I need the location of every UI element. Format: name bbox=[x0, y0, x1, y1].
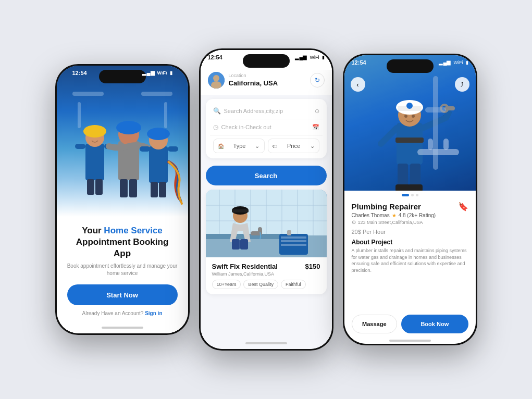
address-input[interactable]: Search Address,city,zip bbox=[224, 108, 315, 114]
phone-1-bottom: Your Home Service Appointment Booking Ap… bbox=[57, 217, 188, 333]
dot-3 bbox=[416, 194, 418, 196]
info-provider-row: Charles Thomas ★ 4.8 (2k+ Rating) bbox=[352, 213, 468, 218]
time-1: 12:54 bbox=[65, 70, 87, 76]
svg-rect-19 bbox=[168, 146, 178, 152]
price-icon: 🏷 bbox=[273, 143, 278, 149]
svg-rect-40 bbox=[232, 209, 249, 213]
bookmark-icon[interactable]: 🔖 bbox=[458, 202, 468, 211]
svg-rect-66 bbox=[425, 107, 446, 113]
signal-icon-2: ▂▄▆ bbox=[295, 54, 307, 60]
time-2: 12:54 bbox=[208, 54, 222, 60]
wifi-icon-2: WiFi bbox=[310, 55, 319, 60]
svg-point-55 bbox=[406, 103, 413, 109]
massage-button[interactable]: Massage bbox=[352, 315, 398, 333]
svg-rect-7 bbox=[95, 179, 103, 195]
checkin-input[interactable]: Check in-Check out bbox=[221, 124, 312, 130]
phone-3-hero: 12:54 ▂▄▆ WiFi ▮ ‹ ⤴ bbox=[344, 55, 476, 191]
svg-rect-61 bbox=[398, 164, 408, 187]
search-form: 🔍 Search Address,city,zip ⊙ ◷ Check in-C… bbox=[206, 99, 327, 158]
svg-rect-41 bbox=[232, 239, 240, 250]
svg-point-57 bbox=[412, 115, 415, 118]
checkin-row[interactable]: ◷ Check in-Check out 📅 bbox=[210, 119, 323, 135]
info-title-row: Plumbing Repairer 🔖 bbox=[352, 202, 468, 211]
svg-rect-21 bbox=[159, 182, 166, 197]
status-icons-2: ▂▄▆ WiFi ▮ bbox=[295, 54, 324, 60]
svg-point-56 bbox=[404, 115, 407, 118]
search-icon: 🔍 bbox=[213, 107, 221, 115]
headline: Your Home Service Appointment Booking Ap… bbox=[67, 225, 178, 259]
selects-row: 🏠 Type ⌄ 🏷 Price ⌄ bbox=[210, 135, 323, 154]
chevron-down-icon: ⌄ bbox=[255, 143, 259, 149]
nav-buttons: ‹ ⤴ bbox=[344, 77, 476, 92]
svg-rect-18 bbox=[140, 146, 150, 152]
signal-icon-1: ▂▄▆ bbox=[142, 70, 154, 76]
price-select[interactable]: 🏷 Price ⌄ bbox=[268, 139, 319, 153]
svg-rect-4 bbox=[75, 144, 85, 149]
type-label: Type bbox=[233, 143, 246, 149]
back-button[interactable]: ‹ bbox=[351, 77, 365, 92]
type-select[interactable]: 🏠 Type ⌄ bbox=[213, 139, 265, 153]
dynamic-island-3 bbox=[387, 59, 434, 73]
calendar-right-icon: 📅 bbox=[312, 124, 319, 131]
service-card-image bbox=[206, 190, 327, 257]
signin-row: Already Have an Account? Sign in bbox=[82, 310, 163, 316]
dots-indicator bbox=[344, 191, 476, 198]
tag-quality: Best Quality bbox=[243, 280, 278, 289]
battery-icon-1: ▮ bbox=[170, 70, 172, 76]
service-card-body: Swift Fix Residential $150 William James… bbox=[206, 257, 327, 294]
svg-rect-59 bbox=[444, 106, 455, 110]
pin-icon: ⊙ bbox=[352, 219, 356, 225]
address-text: 123 Main Street,California,USA bbox=[358, 220, 423, 225]
battery-icon-2: ▮ bbox=[322, 55, 325, 60]
price-display: 20$ Per Hour bbox=[352, 227, 468, 235]
plumber-hero-svg bbox=[344, 55, 476, 191]
dynamic-island-2 bbox=[243, 54, 290, 68]
search-button[interactable]: Search bbox=[206, 166, 327, 185]
time-3: 12:54 bbox=[352, 59, 366, 66]
svg-rect-0 bbox=[85, 144, 104, 180]
kitchen-bg-svg bbox=[206, 190, 327, 257]
phone-3-info: Plumbing Repairer 🔖 Charles Thomas ★ 4.8… bbox=[344, 198, 476, 315]
phone-3: 12:54 ▂▄▆ WiFi ▮ ‹ ⤴ bbox=[343, 54, 477, 345]
svg-rect-14 bbox=[149, 146, 168, 183]
rating-text: 4.8 (2k+ Rating) bbox=[399, 213, 436, 218]
svg-point-23 bbox=[213, 75, 219, 81]
book-now-button[interactable]: Book Now bbox=[401, 315, 468, 333]
chevron-down-icon-2: ⌄ bbox=[310, 143, 315, 149]
svg-rect-47 bbox=[281, 240, 306, 242]
signin-link[interactable]: Sign in bbox=[143, 310, 162, 316]
svg-rect-62 bbox=[410, 164, 420, 187]
info-address-row: ⊙ 123 Main Street,California,USA bbox=[352, 219, 468, 225]
hero-section bbox=[57, 66, 188, 217]
share-button[interactable]: ⤴ bbox=[455, 77, 469, 92]
location-label: Location bbox=[229, 73, 278, 78]
start-button[interactable]: Start Now bbox=[67, 284, 178, 305]
service-location: William James,California,USA bbox=[212, 271, 320, 277]
svg-rect-68 bbox=[428, 139, 433, 150]
dot-2 bbox=[411, 194, 414, 196]
location-block: Location California, USA bbox=[208, 72, 278, 89]
service-title: Swift Fix Residential bbox=[212, 263, 278, 270]
service-price: $150 bbox=[305, 263, 320, 270]
svg-rect-64 bbox=[408, 184, 423, 191]
subtext: Book appointment effortlessly and manage… bbox=[67, 263, 178, 277]
tag-faithful: Faithful bbox=[281, 280, 306, 289]
svg-rect-20 bbox=[151, 182, 158, 197]
phone-1: 12:54 ▂▄▆ WiFi ▮ bbox=[55, 64, 190, 335]
svg-rect-63 bbox=[395, 184, 410, 191]
address-row[interactable]: 🔍 Search Address,city,zip ⊙ bbox=[210, 103, 323, 119]
wifi-icon-3: WiFi bbox=[454, 60, 463, 65]
svg-rect-48 bbox=[281, 244, 306, 246]
svg-rect-11 bbox=[118, 127, 139, 131]
svg-rect-12 bbox=[120, 179, 128, 197]
status-icons-3: ▂▄▆ WiFi ▮ bbox=[439, 59, 468, 65]
svg-rect-46 bbox=[281, 236, 306, 239]
star-icon: ★ bbox=[392, 213, 397, 218]
svg-rect-3 bbox=[85, 130, 104, 134]
service-card[interactable]: Swift Fix Residential $150 William James… bbox=[206, 190, 327, 294]
refresh-button[interactable]: ↻ bbox=[310, 73, 325, 88]
svg-rect-58 bbox=[395, 138, 424, 143]
provider-name: Charles Thomas bbox=[352, 213, 390, 218]
svg-rect-49 bbox=[287, 230, 291, 235]
type-icon: 🏠 bbox=[218, 143, 224, 149]
